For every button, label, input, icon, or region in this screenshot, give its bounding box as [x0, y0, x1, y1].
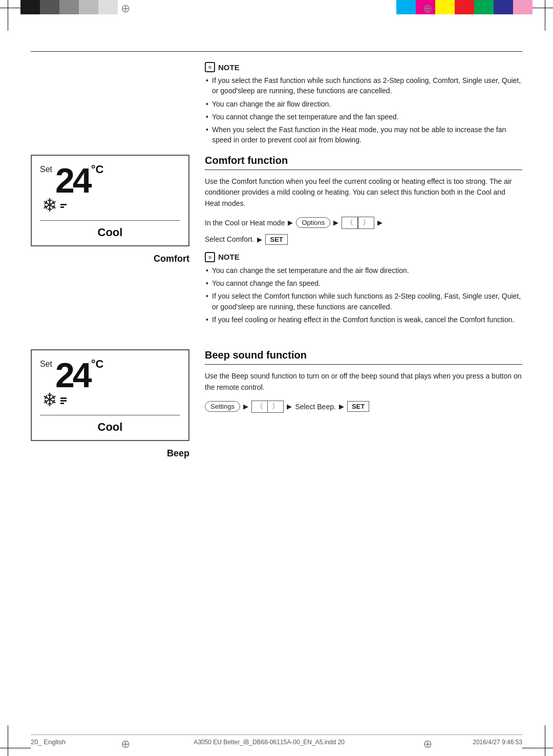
arrow-right-2: ▶ [333, 219, 338, 226]
comfort-note-icon: ≡ [205, 252, 215, 262]
top-note-label: NOTE [218, 63, 240, 72]
comfort-right-col: Comfort function Use the Comfort functio… [205, 155, 522, 334]
comfort-instruction-prefix: In the Cool or Heat mode [205, 219, 285, 227]
display-temp-2: 24 [55, 358, 90, 392]
display-degree-1: °C [91, 163, 104, 176]
nav-arrow-right-1[interactable]: 〉 [358, 217, 374, 228]
top-note-item-1: If you select the Fast function while su… [205, 75, 522, 96]
beep-right-col: Beep sound function Use the Beep sound f… [205, 349, 522, 459]
beep-set-button[interactable]: SET [347, 401, 369, 412]
beep-arrow-2: ▶ [287, 403, 292, 410]
comfort-note-label: NOTE [218, 253, 240, 261]
fan-icon-2: ❄ [42, 389, 57, 411]
display-mode-2: Cool [40, 419, 180, 435]
beep-section: Set 24 °C ❄ Cool Beep Beep sou [31, 349, 522, 459]
comfort-body: Use the Comfort function when you feel t… [205, 176, 522, 209]
comfort-heading: Comfort function [205, 155, 522, 170]
display-panel-2-col: Set 24 °C ❄ Cool Beep [31, 349, 189, 459]
top-note-item-2: You can change the air flow direction. [205, 99, 522, 109]
arrow-right-3: ▶ [377, 219, 382, 226]
comfort-note-item-4: If you feel cooling or heating effect in… [205, 314, 522, 325]
signal-bars-1 [60, 204, 67, 208]
display-set-label-1: Set [40, 165, 52, 174]
select-comfort-text: Select Comfort. [205, 235, 254, 243]
comfort-instruction-row-2: Select Comfort. ▶ SET [205, 234, 522, 245]
beep-arrow-1: ▶ [243, 403, 248, 410]
fan-icon-1: ❄ [42, 195, 57, 216]
comfort-section: Set 24 °C ❄ Cool Comfort [31, 155, 522, 334]
note-icon: ≡ [205, 62, 215, 72]
registration-mark-tl: ⊕ [118, 1, 133, 16]
comfort-set-button[interactable]: SET [265, 234, 287, 245]
nav-arrow-left-1[interactable]: 〈 [342, 217, 357, 228]
nav-arrow-left-beep[interactable]: 〈 [252, 401, 267, 412]
top-note-title: ≡ NOTE [205, 62, 522, 72]
top-note-box: ≡ NOTE If you select the Fast function w… [205, 62, 522, 145]
display-panel-2: Set 24 °C ❄ Cool [31, 349, 189, 441]
top-rule [31, 51, 522, 52]
display-bottom-label-1: Comfort [31, 251, 189, 264]
options-button[interactable]: Options [296, 217, 330, 228]
comfort-note-title: ≡ NOTE [205, 252, 522, 262]
page-number: 20_ English [31, 738, 66, 746]
top-note-item-4: When you select the Fast function in the… [205, 124, 522, 145]
comfort-note-item-3: If you select the Comfort function while… [205, 291, 522, 312]
display-divider-1 [40, 220, 180, 221]
settings-button[interactable]: Settings [205, 401, 240, 412]
beep-heading: Beep sound function [205, 349, 522, 365]
nav-arrows-1[interactable]: 〈 〉 [342, 217, 374, 229]
display-set-label-2: Set [40, 360, 52, 369]
signal-bars-2 [60, 397, 67, 404]
top-color-bar [0, 0, 553, 14]
page-content: ≡ NOTE If you select the Fast function w… [31, 51, 522, 715]
display-divider-2 [40, 415, 180, 415]
top-note-list: If you select the Fast function while su… [205, 75, 522, 145]
beep-body: Use the Beep sound function to turn on o… [205, 371, 522, 393]
beep-arrow-3: ▶ [339, 403, 344, 410]
comfort-note-list: You can change the set temperature and t… [205, 265, 522, 325]
display-temp-1: 24 [55, 163, 90, 198]
document-date: 2016/4/27 9:46:53 [473, 739, 522, 746]
display-panel-1-col: Set 24 °C ❄ Cool Comfort [31, 155, 189, 334]
comfort-instruction-row-1: In the Cool or Heat mode ▶ Options ▶ 〈 〉… [205, 217, 522, 229]
comfort-note-box: ≡ NOTE You can change the set temperatur… [205, 252, 522, 325]
arrow-right-1: ▶ [288, 219, 293, 226]
nav-arrows-beep[interactable]: 〈 〉 [251, 401, 284, 413]
nav-arrow-right-beep[interactable]: 〉 [268, 401, 283, 412]
comfort-note-item-2: You cannot change the fan speed. [205, 278, 522, 288]
top-note-item-3: You cannot change the set temperature an… [205, 112, 522, 122]
display-bottom-label-2: Beep [31, 446, 189, 459]
arrow-right-4: ▶ [257, 236, 262, 243]
beep-instruction-row: Settings ▶ 〈 〉 ▶ Select Beep. ▶ SET [205, 401, 522, 413]
display-degree-2: °C [91, 358, 104, 371]
document-info: A3050 EU Better_IB_DB68-06115A-00_EN_A5.… [194, 739, 345, 746]
comfort-note-item-1: You can change the set temperature and t… [205, 265, 522, 276]
display-mode-1: Cool [40, 225, 180, 240]
select-beep-text: Select Beep. [295, 403, 335, 411]
registration-mark-tr: ⊕ [420, 1, 435, 16]
display-panel-1: Set 24 °C ❄ Cool [31, 155, 189, 246]
page-footer: 20_ English A3050 EU Better_IB_DB68-0611… [31, 734, 522, 746]
